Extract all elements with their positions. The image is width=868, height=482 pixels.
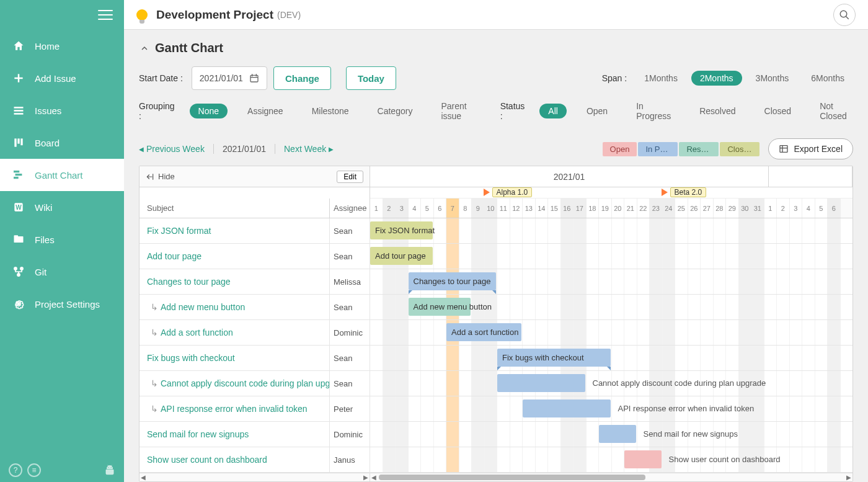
day-header-cell: 5 — [421, 199, 434, 218]
day-header-cell: 2 — [383, 199, 396, 218]
export-excel-button[interactable]: Export Excel — [768, 138, 853, 159]
info-icon[interactable]: ≡ — [27, 463, 41, 477]
sidebar-item-files[interactable]: Files — [0, 223, 124, 256]
gantt-bar[interactable]: Fix bugs with checkout — [497, 349, 611, 367]
gantt-bar[interactable] — [624, 450, 662, 468]
chevron-up-icon[interactable] — [139, 43, 150, 54]
task-row: Changes to tour pageMelissaChanges to to… — [140, 269, 852, 295]
gantt-bar[interactable]: Add new menu button — [409, 298, 471, 316]
next-week-link[interactable]: Next Week — [284, 144, 326, 154]
project-key: (DEV) — [277, 10, 301, 20]
task-subject-link[interactable]: Changes to tour page — [140, 269, 330, 294]
task-assignee: Sean — [330, 346, 370, 370]
milestone-flag[interactable]: Beta 2.0 — [662, 187, 707, 197]
day-header-cell: 3 — [790, 199, 803, 218]
milestone-flag[interactable]: Alpha 1.0 — [484, 187, 533, 197]
controls-row-1: Start Date : 2021/01/01 Change Today Spa… — [139, 66, 853, 90]
span-2months[interactable]: 2Months — [691, 71, 742, 86]
sidebar-item-project-settings[interactable]: Project Settings — [0, 288, 124, 320]
gantt-icon — [11, 167, 26, 182]
sidebar-item-board[interactable]: Board — [0, 127, 124, 159]
previous-week-link[interactable]: Previous Week — [146, 144, 205, 154]
android-icon[interactable] — [104, 465, 115, 476]
span-label: Span : — [602, 73, 627, 83]
task-subject-link[interactable]: ↳Cannot apply discount code during plan … — [140, 371, 330, 396]
day-header-cell: 27 — [701, 199, 714, 218]
gantt-bar[interactable] — [599, 425, 636, 443]
sidebar-item-issues[interactable]: Issues — [0, 94, 124, 127]
task-subject-link[interactable]: Send mail for new signups — [140, 422, 330, 447]
gantt-bar[interactable] — [497, 374, 585, 392]
main: Development Project (DEV) Gantt Chart St… — [124, 0, 868, 482]
wiki-icon: W — [11, 200, 26, 215]
task-subject-link[interactable]: Fix bugs with checkout — [140, 346, 330, 370]
task-subject-link[interactable]: ↳API response error when invalid token — [140, 396, 330, 421]
scroll-arrow-right-icon[interactable]: ▶ — [846, 474, 851, 481]
gantt-bar[interactable]: Fix JSON format — [370, 221, 433, 239]
span-3months[interactable]: 3Months — [747, 71, 798, 86]
day-header-cell: 13 — [523, 199, 536, 218]
sidebar-item-wiki[interactable]: WWiki — [0, 191, 124, 223]
grouping-assignee[interactable]: Assignee — [239, 104, 292, 118]
flag-icon — [484, 189, 490, 196]
span-1months[interactable]: 1Months — [636, 71, 686, 86]
grouping-category[interactable]: Category — [369, 104, 422, 118]
sidebar-item-home[interactable]: Home — [0, 30, 124, 62]
grouping-milestone[interactable]: Milestone — [303, 104, 358, 118]
sidebar-bottom: ? ≡ — [0, 463, 124, 477]
gantt-bar[interactable]: Add tour page — [370, 247, 433, 265]
status-open[interactable]: Open — [578, 104, 616, 118]
sidebar-item-git[interactable]: Git — [0, 256, 124, 288]
scroll-arrow-left-icon[interactable]: ◀ — [371, 474, 376, 481]
status-resolved[interactable]: Resolved — [691, 104, 744, 118]
task-subject-link[interactable]: Fix JSON format — [140, 218, 330, 243]
hamburger-icon[interactable] — [98, 10, 113, 20]
svg-point-16 — [20, 267, 23, 270]
scroll-arrow-left-icon[interactable]: ◀ — [141, 474, 146, 481]
grouping-parent-issue[interactable]: Parent issue — [432, 99, 475, 123]
grouping-none[interactable]: None — [190, 104, 228, 118]
status-all[interactable]: All — [539, 104, 567, 118]
span-6months[interactable]: 6Months — [802, 71, 853, 86]
sidebar-item-add-issue[interactable]: Add Issue — [0, 62, 124, 94]
gantt-chart: Hide Edit 2021/01 Alpha 1.0Beta 2.0 Subj… — [139, 166, 853, 482]
sidebar-item-label: Gantt Chart — [35, 170, 83, 181]
timeline-scroll-thumb[interactable] — [379, 475, 645, 480]
child-arrow-icon: ↳ — [151, 404, 158, 414]
help-icon[interactable]: ? — [9, 463, 22, 477]
day-header-cell: 31 — [751, 199, 764, 218]
task-subject-link[interactable]: ↳Add a sort function — [140, 320, 330, 345]
bulb-icon — [136, 9, 148, 20]
task-row: Fix JSON formatSeanFix JSON format — [140, 218, 852, 244]
task-assignee: Janus — [330, 447, 370, 472]
search-icon[interactable] — [833, 4, 856, 26]
legend-resolved: Resolv… — [679, 142, 719, 156]
gear-icon — [11, 297, 26, 311]
task-subject-link[interactable]: ↳Add new menu button — [140, 295, 330, 319]
day-header-cell: 26 — [688, 199, 701, 218]
today-button[interactable]: Today — [346, 66, 396, 90]
git-icon — [11, 264, 26, 279]
gantt-bar[interactable]: Changes to tour page — [409, 272, 497, 290]
task-subject-link[interactable]: Add tour page — [140, 244, 330, 269]
sidebar-item-label: Files — [35, 234, 55, 245]
start-date-input[interactable]: 2021/01/01 — [192, 66, 267, 90]
status-not-closed[interactable]: Not Closed — [811, 99, 856, 123]
change-button[interactable]: Change — [273, 66, 331, 90]
status-in-progress[interactable]: In Progress — [627, 99, 680, 123]
sidebar-top — [0, 0, 124, 30]
content: Gantt Chart Start Date : 2021/01/01 Chan… — [124, 30, 868, 482]
gantt-bar[interactable]: Add a sort function — [446, 323, 521, 341]
svg-rect-23 — [250, 75, 258, 82]
task-timeline: Fix bugs with checkout — [370, 346, 852, 370]
home-icon — [11, 38, 26, 53]
hide-columns-toggle[interactable]: Hide — [146, 172, 175, 181]
task-subject-link[interactable]: Show user count on dashboard — [140, 447, 330, 472]
scroll-arrow-right-icon[interactable]: ▶ — [363, 474, 368, 481]
gantt-bar[interactable] — [523, 399, 611, 417]
day-header-cell: 1 — [370, 199, 383, 218]
status-closed[interactable]: Closed — [756, 104, 800, 118]
sidebar-item-gantt-chart[interactable]: Gantt Chart — [0, 159, 124, 191]
day-header-cell: 3 — [396, 199, 409, 218]
edit-button[interactable]: Edit — [337, 171, 363, 183]
